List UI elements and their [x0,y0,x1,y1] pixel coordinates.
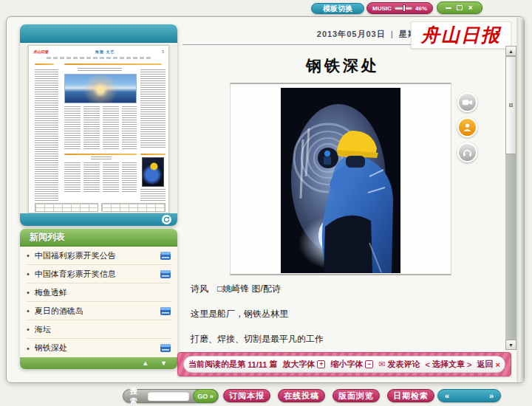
separator: | [391,30,394,38]
submit-online-button[interactable]: 在线投稿 [278,389,325,402]
divider [140,154,166,155]
date-search-button[interactable]: 日期检索 [387,389,434,402]
close-button[interactable]: × [466,4,475,13]
reader-toolbar-inner: 当前阅读的是第 11/11 篇 放大字体 + 缩小字体 − ✉ 发表评论 < 选… [183,356,505,373]
go-button[interactable]: GO » [193,389,218,403]
subscribe-button[interactable]: 订阅本报 [223,389,270,402]
article-title: 钢铁深处 [183,55,502,76]
divider [64,63,162,65]
prev-article-icon[interactable]: < [426,360,430,369]
divider [35,63,54,65]
select-article-control: < 选择文章 > [426,359,472,370]
close-icon: × [495,360,499,369]
pager-next-icon[interactable]: » [489,391,494,400]
select-article-label: 选择文章 [432,359,465,370]
news-item-steel-depths[interactable]: • 钢铁深处 [27,339,171,357]
thumbnail-section-title: 海潮·文艺 [95,49,115,54]
video-button[interactable] [457,92,477,112]
thumb-lottery-table [35,203,98,212]
page-browse-button[interactable]: 版面浏览 [332,389,380,402]
template-switch-button[interactable]: 模板切换 [311,3,364,14]
search-input[interactable] [148,391,189,401]
reading-status: 当前阅读的是第 11/11 篇 [188,359,277,370]
divider [64,154,137,155]
comment-label: 发表评论 [388,359,420,370]
back-label: 返回 [477,359,493,370]
pager-prev-icon[interactable]: « [445,391,449,400]
search-label: 搜索 [130,386,144,406]
welder-photo [281,88,400,273]
minimize-button[interactable] [444,4,453,13]
thumbnail-welder-photo [142,157,164,187]
music-label: MUSIC [372,5,392,12]
thumb-text-column [140,69,166,149]
music-slider[interactable] [395,7,412,10]
search-bar: 搜索 GO » [123,389,219,403]
thumbnail-paper-logo: 舟山日报 [33,49,48,54]
thumbnail-subtitle-line [47,57,151,59]
zoom-in-button[interactable]: 放大字体 + [282,359,325,370]
zoom-out-icon: − [365,360,373,368]
music-percent: 46% [415,5,427,12]
bullet: • [27,269,30,278]
scrollbar-up-button[interactable]: ▲ [505,46,516,56]
media-icon-stack [457,92,477,162]
thumbnail-masthead: 舟山日报 海潮·文艺 5 [33,49,164,56]
reading-status-suffix: 篇 [269,359,277,370]
portrait-button[interactable] [457,117,477,137]
news-item-label: 中国体育彩票开奖信息 [35,269,155,280]
restore-button[interactable] [455,4,464,13]
scrollbar-down-button[interactable]: ▼ [505,340,516,350]
zoom-out-label: 缩小字体 [330,359,363,370]
news-list-footer: ▲ ▼ [20,357,177,369]
next-article-icon[interactable]: > [467,360,471,369]
thumb-text-column [103,162,119,192]
page-pager: « » [437,389,501,402]
image-icon [160,270,171,278]
thumb-text-column [140,189,166,201]
thumb-text-column [122,162,137,192]
thumb-article-title [91,156,112,159]
image-icon [160,252,171,260]
scroll-up-icon[interactable]: ▲ [142,359,149,367]
zoom-out-button[interactable]: 缩小字体 − [330,359,373,370]
thumbnail-header-bar [20,24,177,43]
thumb-text-column [64,106,81,149]
news-item-label: 中国福利彩票开奖公告 [35,250,155,261]
zoom-in-label: 放大字体 [282,359,315,370]
thumb-text-column [103,106,119,149]
thumbnail-page-number: 5 [162,49,164,54]
news-item-summer-island[interactable]: • 夏日的酒礁岛 [27,302,171,320]
news-item-meiyu[interactable]: • 梅鱼透鲜 [27,283,171,302]
thumbnail-footer-bar [20,213,177,226]
news-list-panel: 新闻列表 • 中国福利彩票开奖公告 • 中国体育彩票开奖信息 • 梅鱼透鲜 • … [20,229,177,369]
music-volume-control[interactable]: MUSIC 46% [366,2,433,14]
comment-button[interactable]: ✉ 发表评论 [378,359,420,370]
scrollbar-thumb[interactable] [505,56,516,154]
back-button[interactable]: 返回 × [477,359,499,370]
newspaper-page-thumbnail[interactable]: 舟山日报 海潮·文艺 5 [28,45,169,213]
news-item-haitan[interactable]: • 海坛 [27,320,171,339]
refresh-button[interactable] [162,215,171,224]
reader-toolbar: 当前阅读的是第 11/11 篇 放大字体 + 缩小字体 − ✉ 发表评论 < 选… [177,352,511,376]
refresh-icon [163,216,170,223]
news-item-tiyu-lottery[interactable]: • 中国体育彩票开奖信息 [27,265,171,283]
article-body: 诗风 □姚崎锋 图/配诗 这里是船厂，钢铁丛林里 打磨、焊接、切割是最平凡的工作 [191,283,486,358]
thumb-article-title [78,68,122,71]
news-item-label: 海坛 [35,324,171,335]
bullet: • [27,344,30,353]
news-item-fuli-lottery[interactable]: • 中国福利彩票开奖公告 [27,247,171,265]
camera-icon [462,97,473,108]
audio-button[interactable] [457,142,477,162]
main-scrollbar[interactable]: ▲ ▼ [505,46,516,350]
zoom-in-icon: + [317,360,325,368]
thumb-text-column [122,106,137,149]
reading-position: 11/11 [248,360,267,369]
thumb-text-column [83,106,100,149]
thumb-text-column [64,162,81,192]
scroll-down-icon[interactable]: ▼ [160,359,167,367]
bullet: • [27,325,30,334]
music-slider-thumb[interactable] [403,4,406,12]
bullet: • [27,306,30,315]
scrollbar-grip [509,103,513,107]
